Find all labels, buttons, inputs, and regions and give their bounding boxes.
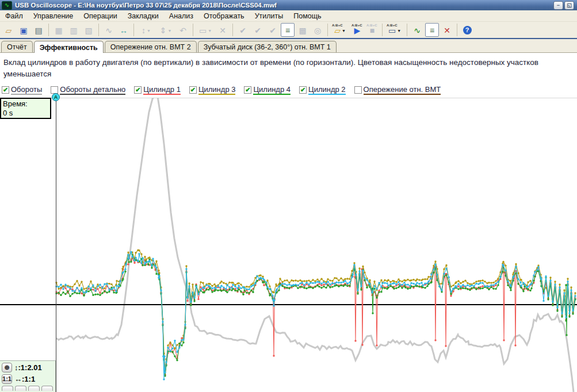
marker-Цилиндр 2 bbox=[484, 285, 486, 287]
confirm-next-button[interactable]: ✔ bbox=[251, 23, 265, 37]
scale-vertical-dropdown-arrow[interactable]: ▼ bbox=[147, 26, 151, 36]
marker-Цилиндр 2 bbox=[510, 285, 511, 287]
legend-item-3[interactable]: ✔Цилиндр 3 bbox=[189, 86, 236, 95]
zone-search-button[interactable]: ◎ bbox=[311, 23, 324, 37]
marker-Цилиндр 2 bbox=[71, 290, 73, 291]
marker-Цилиндр 2 bbox=[240, 287, 242, 289]
marker-Цилиндр 2 bbox=[266, 286, 268, 288]
tab-3[interactable]: Зубчатый диск (36-2, 360°) отн. ВМТ 1 bbox=[198, 41, 337, 52]
menu-item-3[interactable]: Закладки bbox=[123, 11, 164, 21]
copy-waveform-button[interactable]: ▥ bbox=[67, 23, 81, 37]
tab-2[interactable]: Опережение отн. ВМТ 2 bbox=[105, 41, 197, 52]
marker-Цилиндр 2 bbox=[422, 285, 423, 286]
vertical-zoom-ratio: ↕:1:2.01 bbox=[14, 363, 42, 372]
legend-item-4[interactable]: ✔Цилиндр 4 bbox=[244, 86, 291, 95]
chart-description: Вклад цилиндров в работу двигателя (по в… bbox=[0, 53, 546, 80]
marker-Цилиндр 4 bbox=[108, 291, 110, 293]
legend-item-0[interactable]: ✔Обороты bbox=[2, 86, 42, 95]
menu-item-2[interactable]: Операции bbox=[78, 11, 122, 21]
delete-report-button[interactable]: ✕ bbox=[440, 23, 454, 37]
open-file-button[interactable]: ▱ bbox=[2, 23, 16, 37]
marker-Цилиндр 4 bbox=[412, 286, 414, 287]
partial-button[interactable] bbox=[28, 386, 40, 391]
marker-Цилиндр 3 bbox=[346, 278, 348, 279]
help-button[interactable]: ? bbox=[460, 23, 474, 37]
marker-Цилиндр 4 bbox=[389, 285, 391, 287]
marker-Цилиндр 2 bbox=[231, 287, 232, 289]
delete-fragment-button[interactable]: ✕ bbox=[216, 23, 230, 37]
legend-checkbox-0[interactable]: ✔ bbox=[2, 86, 9, 94]
script-panel-dropdown-arrow[interactable]: ▼ bbox=[397, 26, 401, 36]
marker-Цилиндр 4 bbox=[357, 293, 358, 294]
scale-auto-button[interactable]: ⇕▼ bbox=[156, 23, 175, 37]
marks-list-button[interactable]: ≡ bbox=[281, 23, 295, 37]
partial-button[interactable] bbox=[41, 386, 53, 391]
marker-Цилиндр 3 bbox=[515, 263, 517, 265]
menu-item-0[interactable]: Файл bbox=[0, 11, 28, 21]
confirm-button[interactable]: ✔ bbox=[236, 23, 250, 37]
marker-Цилиндр 3 bbox=[295, 279, 296, 281]
edit-waveform-button[interactable]: ▧ bbox=[82, 23, 95, 37]
restore-button[interactable]: ◱ bbox=[564, 1, 574, 10]
marker-Цилиндр 4 bbox=[422, 286, 423, 288]
menu-item-5[interactable]: Отображать bbox=[198, 11, 250, 21]
zone-chart-button[interactable]: ▩ bbox=[296, 23, 309, 37]
select-fragment-dropdown-arrow[interactable]: ▼ bbox=[208, 26, 212, 36]
vertical-zoom-button[interactable]: ⊕ bbox=[2, 363, 12, 372]
minimize-button[interactable]: − bbox=[553, 1, 563, 10]
marker-Цилиндр 2 bbox=[399, 283, 400, 285]
marker-Цилиндр 2 bbox=[519, 282, 521, 283]
script-open-button[interactable]: A:B+C▱▼ bbox=[331, 23, 349, 37]
legend-item-2[interactable]: ✔Цилиндр 1 bbox=[134, 86, 181, 95]
legend-item-1[interactable]: Обороты детально bbox=[51, 86, 125, 95]
legend-checkbox-5[interactable]: ✔ bbox=[299, 86, 307, 94]
save-file-button[interactable]: ▣ bbox=[17, 23, 30, 37]
undo-button[interactable]: ↶ bbox=[176, 23, 190, 37]
marker-Цилиндр 3 bbox=[335, 277, 337, 279]
save-waveform-button[interactable]: ▦ bbox=[52, 23, 66, 37]
report-view-button[interactable]: ≡ bbox=[425, 23, 439, 37]
legend-checkbox-3[interactable]: ✔ bbox=[189, 86, 197, 94]
marker-Цилиндр 4 bbox=[393, 288, 395, 290]
bookmark-a-marker[interactable]: A bbox=[52, 93, 60, 101]
menu-item-7[interactable]: Помощь bbox=[288, 11, 326, 21]
script-run-button[interactable]: A:B+C▶ bbox=[350, 23, 364, 37]
tab-1[interactable]: Эффективность bbox=[34, 41, 104, 53]
marker-Цилиндр 2 bbox=[158, 277, 159, 279]
tab-0[interactable]: Отчёт bbox=[1, 41, 33, 52]
report-content: Вклад цилиндров в работу двигателя (по в… bbox=[0, 53, 577, 95]
scale-auto-dropdown-arrow[interactable]: ▼ bbox=[167, 26, 171, 36]
select-fragment-button[interactable]: ▭▼ bbox=[196, 23, 215, 37]
chart-view-button[interactable]: ∿ bbox=[410, 23, 424, 37]
marker-Цилиндр 4 bbox=[530, 287, 532, 289]
partial-button[interactable] bbox=[15, 386, 26, 391]
legend-label-4: Цилиндр 4 bbox=[253, 86, 291, 95]
marker-Цилиндр 2 bbox=[113, 287, 114, 289]
chart-area[interactable]: A Время: 0 s ⊕ ↕:1:2.01 1:1 ↔:1:1 bbox=[0, 98, 577, 392]
legend-checkbox-4[interactable]: ✔ bbox=[244, 86, 251, 94]
impulse-mode-button[interactable]: ∿ bbox=[102, 23, 116, 37]
legend-checkbox-2[interactable]: ✔ bbox=[134, 86, 142, 94]
menu-item-4[interactable]: Анализ bbox=[164, 11, 198, 21]
script-open-dropdown-arrow[interactable]: ▼ bbox=[342, 26, 346, 36]
scale-vertical-button[interactable]: ↕▼ bbox=[137, 23, 155, 37]
partial-button[interactable] bbox=[2, 386, 13, 391]
marker-Цилиндр 3 bbox=[443, 268, 445, 270]
legend-item-5[interactable]: ✔Цилиндр 2 bbox=[299, 86, 346, 95]
marker-Цилиндр 3 bbox=[445, 264, 447, 266]
script-stop-button[interactable]: A:B+C■ bbox=[365, 23, 379, 37]
legend-checkbox-6[interactable] bbox=[354, 86, 362, 94]
marker-Цилиндр 4 bbox=[424, 287, 426, 289]
confirm-all-button[interactable]: ✔ bbox=[266, 23, 280, 37]
script-panel-button[interactable]: A:B+C▭▼ bbox=[385, 23, 404, 37]
marker-Цилиндр 3 bbox=[427, 276, 429, 278]
horizontal-zoom-button[interactable]: 1:1 bbox=[2, 374, 12, 384]
marker-Цилиндр 2 bbox=[259, 277, 261, 279]
legend-item-6[interactable]: Опережение отн. ВМТ bbox=[354, 86, 441, 95]
menu-bar: ФайлУправлениеОперацииЗакладкиАнализОтоб… bbox=[0, 10, 577, 22]
print-button[interactable]: ▤ bbox=[32, 23, 45, 37]
marker-Цилиндр 2 bbox=[386, 282, 388, 284]
menu-item-6[interactable]: Утилиты bbox=[250, 11, 289, 21]
stretch-horizontal-button[interactable]: ↔ bbox=[117, 23, 131, 37]
menu-item-1[interactable]: Управление bbox=[28, 11, 79, 21]
